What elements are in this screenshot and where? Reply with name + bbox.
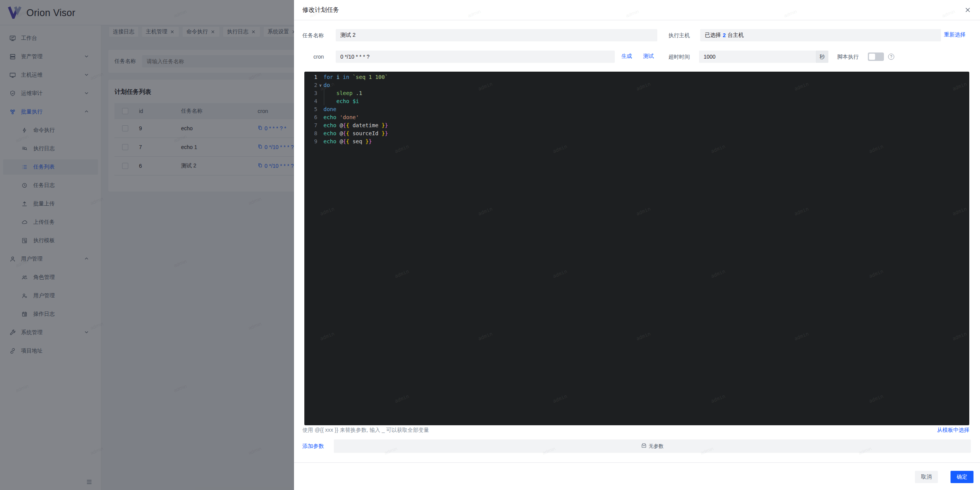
script-exec-toggle[interactable] [868,52,884,61]
watermark-text: admin [868,392,885,405]
code-text: echo @{{ seq }} [323,138,969,146]
code-line: 2∨do [304,81,969,89]
cancel-button[interactable]: 取消 [915,471,938,483]
code-line: 9echo @{{ seq }} [304,138,969,146]
gutter-space [317,113,323,121]
code-text: done [323,105,969,113]
gutter-space [317,97,323,105]
fold-chevron-icon[interactable]: ∨ [317,81,323,89]
cron-label: cron [302,51,324,63]
code-lines: 1for i in `seq 1 100`2∨do3 sleep .14 ech… [304,72,969,146]
watermark-text: admin [319,330,336,343]
code-text: do [323,81,969,89]
gutter-space [317,129,323,138]
param-hint: 使用 @{{ xxx }} 来替换参数, 输入 _ 可以获取全部变量 [302,427,429,434]
watermark-text: admin [951,205,968,218]
watermark-text: admin [710,392,727,405]
gutter-space [317,138,323,146]
task-name-label: 任务名称 [302,29,324,41]
watermark-text: admin [635,330,652,343]
line-number: 9 [304,138,317,146]
screen: Orion Visor 工作台资产管理主机运维运维审计批量执行命令执行执行日志任… [0,0,980,490]
script-exec-label: 脚本执行 [837,51,859,63]
modal-footer: 取消 确定 [294,462,980,490]
timeout-label: 超时时间 [668,51,690,63]
gutter-space [317,73,323,81]
gutter-space [317,121,323,129]
code-line: 6echo 'done' [304,113,969,121]
line-number: 6 [304,113,317,121]
task-name-input[interactable] [336,29,657,41]
watermark-text: admin [477,205,494,218]
watermark-text: admin [868,267,885,280]
code-text: echo $i [323,97,969,105]
toggle-knob [869,54,875,60]
code-text: echo @{{ sourceId }} [323,129,969,138]
edit-task-modal: 修改计划任务 任务名称 执行主机 已选择 2 台主机 重新选择 cron 生成 … [294,0,980,490]
line-number: 4 [304,97,317,105]
code-text: for i in `seq 1 100` [323,73,969,81]
cron-test-link[interactable]: 测试 [643,53,654,60]
cron-field [336,51,615,63]
line-number: 8 [304,129,317,138]
param-empty-bar: 无参数 [334,439,971,453]
watermark-text: admin [793,330,810,343]
watermark-text: admin [635,205,652,218]
exec-host-prefix: 已选择 [705,32,721,39]
exec-host-count: 2 [723,32,726,38]
watermark-text: admin [319,205,336,218]
code-text: echo @{{ datetime }} [323,121,969,129]
watermark-text: admin [394,267,410,280]
cron-generate-link[interactable]: 生成 [621,53,632,60]
timeout-field [699,51,816,63]
timeout-unit: 秒 [816,51,828,63]
code-line: 5done [304,105,969,113]
help-icon[interactable]: ? [888,54,894,60]
watermark-text: admin [552,267,568,280]
choose-template-link[interactable]: 从模板中选择 [937,427,969,434]
line-number: 3 [304,89,317,97]
watermark-text: admin [552,392,568,405]
close-icon[interactable] [965,7,971,13]
timeout-input[interactable] [699,51,816,63]
cron-input[interactable] [336,51,615,63]
task-name-field [336,29,657,41]
watermark-text: admin [951,330,968,343]
code-text: sleep .1 [323,89,969,97]
code-line: 7echo @{{ datetime }} [304,121,969,129]
gutter-space [317,105,323,113]
param-empty-text: 无参数 [649,443,664,450]
exec-host-suffix: 台主机 [728,32,744,39]
code-text: echo 'done' [323,113,969,121]
ok-button[interactable]: 确定 [951,471,973,483]
modal-title: 修改计划任务 [302,0,339,20]
code-line: 3 sleep .1 [304,89,969,97]
line-number: 5 [304,105,317,113]
watermark-text: admin [477,330,494,343]
line-number: 2 [304,81,317,89]
exec-host-field[interactable]: 已选择 2 台主机 [700,29,941,41]
script-editor[interactable]: 1for i in `seq 1 100`2∨do3 sleep .14 ech… [304,72,969,425]
gutter-space [317,89,323,97]
empty-box-icon [641,443,647,449]
line-number: 1 [304,73,317,81]
modal-header: 修改计划任务 [294,0,980,20]
code-line: 1for i in `seq 1 100` [304,73,969,81]
reselect-host-link[interactable]: 重新选择 [944,31,965,38]
watermark-text: admin [793,205,810,218]
watermark-text: admin [394,392,410,405]
code-line: 8echo @{{ sourceId }} [304,129,969,138]
code-line: 4 echo $i [304,97,969,105]
add-param-link[interactable]: 添加参数 [302,439,324,453]
exec-host-label: 执行主机 [668,29,690,41]
line-number: 7 [304,121,317,129]
watermark-text: admin [710,267,727,280]
